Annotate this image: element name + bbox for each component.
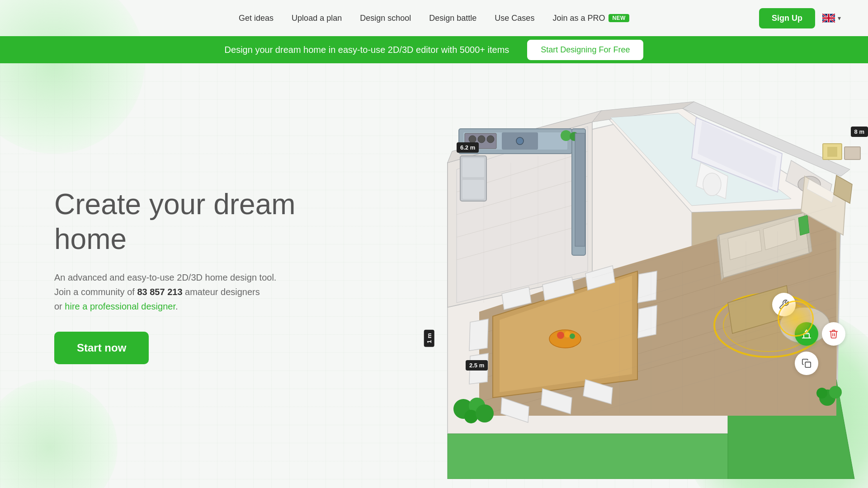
floorplan-container: 6.2 m 8 m 1 m 2.5 m (411, 72, 868, 479)
svg-point-34 (469, 136, 476, 143)
start-now-button[interactable]: Start now (54, 332, 149, 364)
nav-item-upload-plan[interactable]: Upload a plan (292, 14, 342, 23)
chevron-down-icon: ▾ (838, 14, 841, 22)
svg-point-47 (564, 331, 571, 338)
nav-item-join-pro[interactable]: Join as a PRO (552, 14, 605, 23)
svg-point-32 (516, 137, 524, 145)
svg-marker-55 (469, 319, 488, 351)
svg-rect-40 (462, 158, 484, 177)
svg-point-46 (557, 332, 564, 339)
hire-designer-link[interactable]: hire a professional designer (65, 301, 175, 311)
svg-rect-42 (575, 133, 585, 246)
svg-marker-58 (638, 305, 657, 338)
svg-rect-41 (462, 180, 484, 199)
hero-description: An advanced and easy-to-use 2D/3D home d… (54, 270, 326, 314)
svg-marker-57 (638, 271, 657, 303)
svg-rect-87 (844, 147, 860, 160)
measurement-label-2: 8 m (851, 127, 868, 137)
tool-trash-button[interactable] (822, 322, 845, 346)
hero-desc-line3-prefix: or (54, 301, 65, 311)
language-selector[interactable]: ▾ (822, 14, 841, 23)
start-designing-button[interactable]: Start Designing For Free (527, 40, 643, 60)
hero-section: Create your dream home An advanced and e… (0, 63, 868, 488)
nav-item-use-cases[interactable]: Use Cases (495, 14, 534, 23)
banner-text: Design your dream home in easy-to-use 2D… (225, 45, 509, 55)
svg-point-36 (487, 136, 494, 143)
flag-uk-icon (822, 14, 835, 23)
promo-banner: Design your dream home in easy-to-use 2D… (0, 36, 868, 63)
hero-desc-period: . (175, 301, 178, 311)
hero-content: Create your dream home An advanced and e… (54, 187, 326, 364)
svg-point-81 (703, 173, 721, 196)
hero-desc-line2-prefix: Join a community of (54, 287, 137, 297)
svg-rect-101 (805, 362, 811, 367)
tool-copy-button[interactable] (795, 352, 818, 375)
measurement-label-1: 6.2 m (457, 142, 479, 153)
nav-item-design-battle[interactable]: Design battle (429, 14, 476, 23)
floorplan-svg (411, 72, 868, 479)
main-nav: Get ideas Upload a plan Design school De… (0, 0, 868, 36)
svg-point-48 (570, 333, 575, 339)
svg-marker-64 (798, 215, 809, 235)
signup-button[interactable]: Sign Up (759, 8, 815, 28)
measurement-label-3: 1 m (424, 329, 434, 347)
svg-point-35 (478, 136, 485, 143)
nav-links: Get ideas Upload a plan Design school De… (27, 14, 841, 23)
nav-item-get-ideas[interactable]: Get ideas (239, 14, 274, 23)
hero-desc-line2-suffix: amateur designers (183, 287, 260, 297)
measurement-label-4: 2.5 m (466, 360, 488, 371)
nav-item-join-pro-wrap[interactable]: Join as a PRO NEW (552, 14, 629, 23)
hero-community-count: 83 857 213 (137, 287, 182, 297)
highlight-circle (778, 300, 814, 337)
nav-right: Sign Up ▾ (759, 8, 841, 28)
svg-rect-86 (827, 147, 837, 157)
hero-desc-line1: An advanced and easy-to-use 2D/3D home d… (54, 272, 276, 282)
nav-item-design-school[interactable]: Design school (360, 14, 411, 23)
hero-title: Create your dream home (54, 187, 326, 257)
svg-point-75 (816, 388, 827, 399)
svg-point-72 (476, 404, 494, 422)
new-badge: NEW (609, 14, 629, 22)
svg-point-74 (829, 386, 842, 399)
